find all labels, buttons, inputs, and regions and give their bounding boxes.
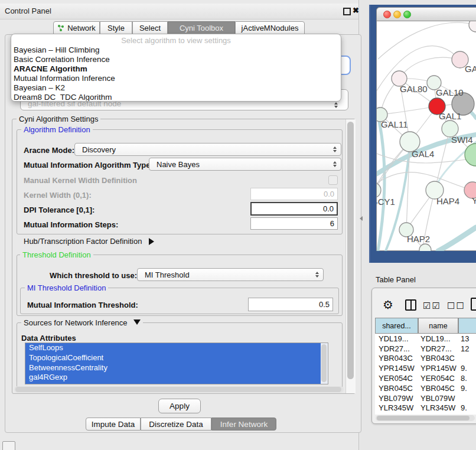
mi-threshold-label: Mutual Information Threshold: [27, 301, 138, 309]
tab-jactivemnodules[interactable]: jActiveMNodules [235, 21, 305, 34]
network-node[interactable] [465, 144, 476, 166]
algorithm-option[interactable]: Dream8 DC_TDC Algorithm [11, 93, 341, 102]
aracne-mode-combo[interactable]: Discovery [74, 143, 341, 156]
mi-type-combo[interactable]: Naive Bayes [149, 158, 341, 171]
splitter-collapse-icon[interactable] [360, 216, 363, 221]
table-row[interactable]: YER054CYER054C8. [375, 373, 476, 383]
collapsed-panel-button[interactable] [2, 441, 15, 450]
mac-minimize-icon[interactable] [393, 11, 401, 18]
mi-type-value: Naive Bayes [157, 160, 200, 169]
network-window-titlebar[interactable] [376, 7, 476, 21]
tab-cyni-toolbox[interactable]: Cyni Toolbox [168, 21, 235, 34]
table-cell: YBR045C [418, 384, 458, 393]
algorithm-option[interactable]: Basic Correlation Inference [11, 55, 341, 64]
mi-steps-label: Mutual Information Steps: [24, 220, 118, 229]
table-cell: YIL052C [418, 413, 458, 415]
network-canvas[interactable]: GALGAL80GAL10GAL1GAL11SWI4GAL4GCY1HAP4YH… [377, 21, 476, 251]
table-row[interactable]: YIL052CYIL052C9 [375, 413, 476, 415]
column-header-name[interactable]: name [418, 318, 458, 334]
settings-hscrollbar-thumb[interactable] [15, 387, 341, 392]
node-label: HAP4 [436, 196, 459, 206]
combo-arrows-icon [333, 146, 337, 152]
mi-threshold-field[interactable]: 0.5 [248, 298, 333, 311]
table-cell: 9. [458, 364, 476, 373]
manual-kernel-label: Manual Kernel Width Definition [24, 176, 137, 185]
table-cell: YLR345W [418, 403, 458, 412]
table-row[interactable]: YBR045CYBR045C9. [375, 383, 476, 393]
table-hscrollbar-thumb[interactable] [377, 416, 470, 420]
tab-impute-data[interactable]: Impute Data [86, 418, 141, 431]
tab-style[interactable]: Style [100, 21, 132, 34]
algorithm-option[interactable]: ARACNE Algorithm [11, 64, 341, 74]
table-cell: YDL19... [418, 334, 458, 343]
tab-discretize-data[interactable]: Discretize Data [141, 418, 211, 431]
table-row[interactable]: YDL19...YDL19...13 [375, 334, 476, 344]
tab-select[interactable]: Select [132, 21, 168, 34]
select-all-checkboxes-icon[interactable]: ☑☑ [423, 301, 441, 311]
table-cell: 8. [458, 374, 476, 383]
node-label: GAL11 [381, 119, 408, 129]
data-attribute-item[interactable]: TopologicalCoefficient [25, 353, 328, 363]
network-node[interactable] [469, 21, 476, 32]
tab-label: Infer Network [220, 420, 268, 429]
columns-icon[interactable] [405, 299, 416, 311]
table-panel-title: Table Panel [376, 275, 416, 284]
algorithm-dropdown-list[interactable]: Select algorithm to view settings Bayesi… [11, 34, 341, 102]
table-cell: 9. [458, 403, 476, 412]
data-attribute-item[interactable]: SelfLoops [25, 343, 328, 353]
data-attributes-label: Data Attributes [21, 334, 76, 343]
sources-title-label: Sources for Network Inference [24, 318, 128, 327]
settings-scrollbar[interactable] [345, 119, 356, 393]
manual-kernel-checkbox[interactable] [328, 175, 338, 185]
tab-network[interactable]: Network [53, 21, 100, 34]
data-attribute-item[interactable]: BetweennessCentrality [25, 363, 328, 373]
attr-list-scrollbar[interactable] [321, 343, 328, 384]
apply-label: Apply [169, 402, 190, 410]
table-row[interactable]: YBL079WYBL079W [375, 393, 476, 403]
float-window-icon[interactable] [343, 8, 351, 15]
column-header-extra[interactable] [458, 318, 476, 334]
table-row[interactable]: YPR145WYPR145W9. [375, 363, 476, 373]
table-cell: 12 [458, 344, 476, 353]
close-icon[interactable]: ✖ [353, 6, 359, 15]
gear-icon[interactable]: ⚙ [383, 298, 393, 312]
tab-infer-network[interactable]: Infer Network [211, 418, 276, 431]
table-cell: YLR345W [375, 403, 418, 412]
control-panel-titlebar[interactable] [0, 4, 358, 19]
dropdown-items: Bayesian – Hill ClimbingBasic Correlatio… [11, 45, 341, 102]
collapsed-arrow-icon [149, 238, 154, 245]
column-header-label: name [429, 322, 447, 330]
algorithm-option[interactable]: Bayesian – Hill Climbing [11, 45, 341, 55]
dpi-tolerance-label: DPI Tolerance [0,1]: [24, 206, 94, 214]
combo-arrows-icon [333, 161, 337, 167]
expanded-arrow-icon [133, 319, 141, 325]
data-attribute-item[interactable]: gal4RGexp [25, 373, 328, 383]
settings-scrollbar-thumb[interactable] [347, 122, 354, 379]
sources-group-title[interactable]: Sources for Network Inference [21, 318, 143, 327]
table-cell: YDR27... [375, 344, 418, 353]
which-threshold-combo[interactable]: MI Threshold [137, 268, 324, 281]
attr-list-scrollbar-thumb[interactable] [321, 344, 327, 382]
node-label: GAL10 [436, 87, 464, 97]
algorithm-option[interactable]: Bayesian – K2 [11, 83, 341, 93]
table-body[interactable]: YDL19...YDL19...13YDR27...YDR27...12YBR0… [375, 334, 476, 415]
table-row[interactable]: YLR345WYLR345W9. [375, 403, 476, 413]
network-node[interactable] [419, 244, 431, 251]
network-node[interactable] [377, 182, 381, 198]
hub-section-toggle[interactable]: Hub/Transcription Factor Definition [24, 237, 154, 246]
table-cell: 9. [458, 384, 476, 393]
column-header-shared[interactable]: shared... [375, 318, 418, 334]
table-row[interactable]: YDR27...YDR27...12 [375, 344, 476, 354]
kernel-width-field[interactable]: 0.0 [250, 188, 338, 200]
mac-zoom-icon[interactable] [403, 11, 411, 18]
mac-close-icon[interactable] [383, 11, 391, 18]
dpi-tolerance-field[interactable]: 0.0 [250, 202, 338, 216]
apply-button[interactable]: Apply [158, 399, 201, 413]
data-attributes-list[interactable]: SelfLoopsTopologicalCoefficientBetweenne… [25, 343, 328, 384]
mi-steps-field[interactable]: 6 [250, 217, 338, 230]
table-row[interactable]: YBR043CYBR043C [375, 354, 476, 364]
document-icon[interactable] [471, 298, 476, 311]
algorithm-option[interactable]: Mutual Information Inference [11, 74, 341, 83]
deselect-all-checkboxes-icon[interactable]: ☐☐ [447, 301, 465, 311]
node-label: GAL4 [412, 149, 434, 159]
